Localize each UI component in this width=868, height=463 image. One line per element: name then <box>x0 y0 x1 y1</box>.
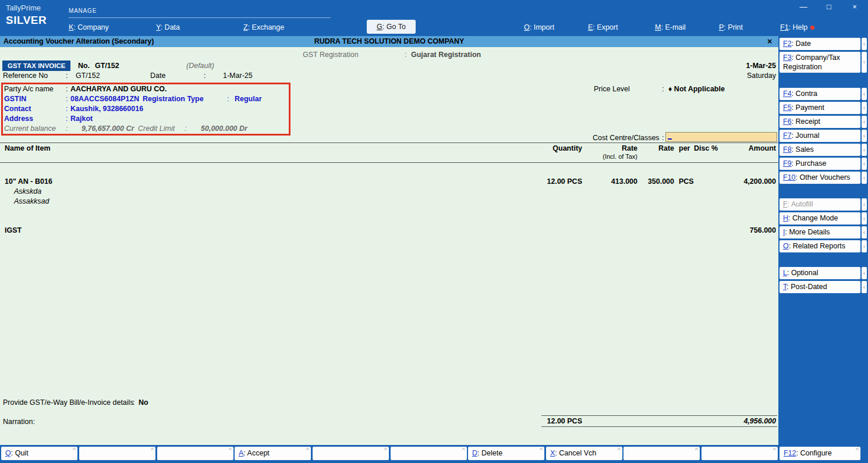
sidebar-item-label: Change Mode <box>792 214 838 222</box>
chevron-left-icon[interactable]: ‹ <box>862 52 867 73</box>
chevron-left-icon[interactable]: ‹ <box>862 267 867 279</box>
chevron-left-icon[interactable]: ‹ <box>862 88 867 100</box>
sidebar-item-purchase[interactable]: F9Purchase <box>780 158 860 170</box>
address-value: Rajkot <box>70 115 93 123</box>
maximize-icon[interactable]: □ <box>821 2 837 11</box>
cost-centre-label: Cost Centre/Classes <box>593 134 660 142</box>
sidebar-item-optional[interactable]: LOptional <box>780 267 860 279</box>
sidebar-item-company-tax-registration[interactable]: F3Company/Tax Registration <box>780 52 860 73</box>
minimize-icon[interactable]: — <box>795 2 812 11</box>
chevron-left-icon[interactable]: ‹ <box>862 226 867 238</box>
bottombar-empty-slot: ^ <box>623 447 700 460</box>
chevron-left-icon[interactable]: ‹ <box>862 240 867 252</box>
totals-bottom-line <box>541 426 777 427</box>
gstin-label: GSTIN <box>4 95 26 103</box>
item-rate[interactable]: 350.000 <box>648 177 674 186</box>
app-name: TallyPrime <box>6 3 41 12</box>
default-note: (Default) <box>186 62 214 70</box>
chevron-left-icon[interactable]: ‹ <box>862 158 867 170</box>
menu-print[interactable]: PPrint <box>719 23 743 31</box>
chevron-left-icon[interactable]: ‹ <box>862 144 867 156</box>
sidebar-item-label: Related Reports <box>793 242 845 250</box>
gst-registration-label: GST Registration <box>303 51 359 59</box>
separator <box>248 23 252 31</box>
reference-value[interactable]: GT/152 <box>76 72 100 80</box>
chevron-left-icon[interactable]: ‹ <box>862 130 867 142</box>
colon <box>66 85 68 93</box>
voucher-number[interactable]: GT/152 <box>95 62 119 70</box>
delete-button[interactable]: DDelete^ <box>468 447 544 460</box>
notification-dot <box>810 26 814 30</box>
sidebar-item-sales[interactable]: F8Sales <box>780 144 860 156</box>
titlebar: TallyPrime SILVER MANAGE — □ × KCompany … <box>0 0 868 36</box>
shortcut-key: F1 <box>780 23 789 31</box>
chevron-left-icon[interactable]: ‹ <box>862 212 867 225</box>
separator <box>161 23 165 31</box>
item-amount[interactable]: 4,200.000 <box>743 177 776 186</box>
chevron-left-icon[interactable]: ‹ <box>862 172 867 184</box>
sidebar-item-payment[interactable]: F5Payment <box>780 102 860 114</box>
sidebar-item-other-vouchers[interactable]: F10Other Vouchers <box>780 172 860 184</box>
accept-button[interactable]: AAccept^ <box>235 447 311 460</box>
party-name-value[interactable]: AACHARYA AND GURU CO. <box>70 85 167 93</box>
sidebar-item-more-details[interactable]: IMore Details <box>780 226 860 238</box>
sidebar-item-contra[interactable]: F4Contra <box>780 88 860 100</box>
sidebar-item-journal[interactable]: F7Journal <box>780 130 860 142</box>
price-level-value[interactable]: ♦ Not Applicable <box>668 85 725 93</box>
caret-up-icon: ^ <box>695 447 698 454</box>
colon <box>66 105 68 113</box>
sidebar-item-related-reports[interactable]: ORelated Reports <box>780 240 860 252</box>
menu-email[interactable]: ME-mail <box>655 23 686 31</box>
chevron-left-icon[interactable]: ‹ <box>862 116 867 128</box>
menu-help[interactable]: F1Help <box>780 23 814 31</box>
shortcut-key: F3 <box>783 54 792 62</box>
sidebar-item-label: Post-Dated <box>791 283 827 291</box>
chevron-left-icon[interactable]: ‹ <box>862 281 867 293</box>
menu-go-to[interactable]: GGo To <box>367 20 416 34</box>
credit-limit-value: 50,000.000 Dr <box>201 124 247 133</box>
manage-menu[interactable]: MANAGE <box>69 8 97 14</box>
panel-close-icon[interactable]: × <box>767 37 772 46</box>
item-rate-incl-tax[interactable]: 413.000 <box>611 177 637 186</box>
shortcut-key: H <box>783 214 788 222</box>
menu-export[interactable]: EExport <box>588 23 618 31</box>
col-quantity: Quantity <box>552 144 582 152</box>
item-note: Assakksad <box>14 197 49 205</box>
menu-exchange[interactable]: ZExchange <box>243 23 284 31</box>
menu-label: E-mail <box>665 23 685 31</box>
close-icon[interactable]: × <box>846 2 863 11</box>
voucher-date[interactable]: 1-Mar-25 <box>746 62 776 70</box>
sidebar-item-change-mode[interactable]: HChange Mode <box>780 212 860 225</box>
configure-button[interactable]: F12Configure^ <box>780 447 860 460</box>
sidebar-item-date[interactable]: F2Date <box>780 38 860 50</box>
narration-label[interactable]: Narration: <box>3 418 35 426</box>
menu-data[interactable]: YData <box>156 23 180 31</box>
separator <box>788 214 792 222</box>
item-name[interactable]: 10" AN - B016 <box>5 177 52 186</box>
sidebar-item-post-dated[interactable]: TPost-Dated <box>780 281 860 293</box>
address-label: Address <box>4 115 33 123</box>
menu-label: Exchange <box>252 23 285 31</box>
manage-underline <box>69 17 331 18</box>
cancel-voucher-button[interactable]: XCancel Vch^ <box>546 447 622 460</box>
shortcut-key: Q <box>5 449 11 457</box>
col-name-of-item: Name of Item <box>5 144 51 152</box>
item-per[interactable]: PCS <box>679 177 694 186</box>
ledger-name[interactable]: IGST <box>5 226 22 234</box>
item-quantity[interactable]: 12.00 PCS <box>547 177 582 186</box>
button-label: Accept <box>247 449 270 457</box>
button-label: Quit <box>15 449 29 457</box>
chevron-left-icon: ‹ <box>862 198 867 211</box>
contact-value: Kaushik, 9328660016 <box>70 105 143 113</box>
cost-centre-input[interactable] <box>665 132 777 142</box>
menu-company[interactable]: KCompany <box>69 23 109 31</box>
shortcut-key: F5 <box>783 104 792 112</box>
quit-button[interactable]: QQuit^ <box>1 447 77 460</box>
sidebar-item-label: Contra <box>796 90 818 98</box>
chevron-left-icon[interactable]: ‹ <box>862 38 867 50</box>
sidebar-item-receipt[interactable]: F6Receipt <box>780 116 860 128</box>
menu-import[interactable]: OImport <box>524 23 554 31</box>
chevron-left-icon[interactable]: ‹ <box>862 102 867 114</box>
gst-details-value[interactable]: No <box>139 398 148 407</box>
total-amount: 4,956.000 <box>743 417 776 425</box>
